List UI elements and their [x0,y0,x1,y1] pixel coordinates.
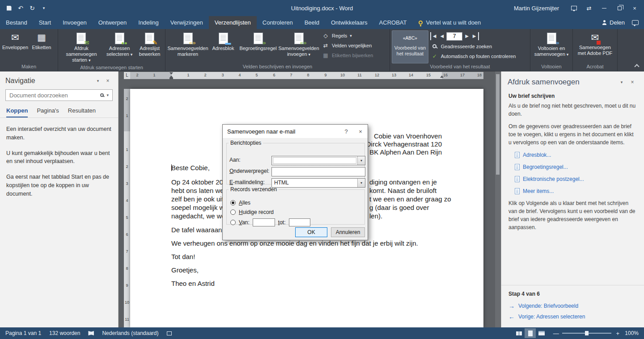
share-button[interactable]: Delen [602,19,625,26]
search-input[interactable] [6,92,100,99]
previous-record-button[interactable]: ◀ [439,32,445,40]
web-layout-button[interactable] [536,328,547,338]
tab-invoegen[interactable]: Invoegen [57,16,93,29]
zoom-in-button[interactable]: + [613,330,622,337]
zoom-out-button[interactable]: — [551,330,560,337]
navpane-paragraph: Ga eerst naar het tabblad Start en pas d… [0,166,118,198]
record-number-input[interactable] [446,32,462,41]
proofing-status-button[interactable] [84,327,98,339]
envelopes-button[interactable]: ✉ Enveloppen [2,30,29,63]
electronic-postage-link[interactable]: Elektronische postzegel... [515,175,637,183]
preview-results-toggle[interactable]: «ABC» Voorbeeld van het resultaat [392,30,428,63]
tab-controleren[interactable]: Controleren [257,16,299,29]
to-combobox[interactable]: ▾ [271,156,365,165]
chevron-down-icon[interactable]: ▾ [357,156,365,165]
finish-merge-button[interactable]: » Voltooien en samenvoegen ▾ [532,30,571,63]
navpane-tab-koppen[interactable]: Koppen [6,107,28,117]
address-block-link[interactable]: Adresblok... [515,151,637,159]
record-range-radio[interactable]: Van: tot: [230,218,310,226]
navigation-pane-close-button[interactable]: × [103,78,113,84]
zoom-slider[interactable] [562,333,611,334]
navpane-tab-resultaten[interactable]: Resultaten [68,107,96,117]
dialog-help-button[interactable]: ? [339,125,353,138]
tab-verwijzingen[interactable]: Verwijzingen [165,16,209,29]
ruler-number: 16 [443,73,448,77]
minimize-button[interactable] [597,2,611,14]
cancel-button[interactable]: Annuleren [331,227,365,237]
to-record-input[interactable] [289,218,310,226]
previous-step-link[interactable]: ← Vorige: Adressen selecteren [508,313,637,320]
search-icon[interactable] [100,93,104,97]
close-button[interactable]: × [628,2,641,14]
current-record-radio[interactable]: Huidige record [230,209,274,215]
task-pane-options-button[interactable]: ▾ [616,80,627,84]
from-record-input[interactable] [253,218,275,226]
first-record-button[interactable]: ◀ [430,32,438,40]
start-mail-merge-button[interactable]: ✉ Afdruk samenvoegen starten ▾ [60,30,103,64]
read-mode-button[interactable] [513,328,525,338]
tab-indeling[interactable]: Indeling [132,16,165,29]
find-recipient-button[interactable]: Geadresseerde zoeken [429,42,527,51]
search-options-icon[interactable]: ▾ [106,93,112,97]
tab-start[interactable]: Start [33,16,57,29]
account-name[interactable]: Martin Gijzemijter [514,5,559,12]
tab-bestand[interactable]: Bestand [0,16,33,29]
save-button[interactable] [4,3,14,13]
greeting-line-icon: » [254,33,263,44]
tell-me-box[interactable]: Vertel wat u wilt doen [419,16,481,29]
document-search-box[interactable]: ▾ [5,89,113,101]
language-status[interactable]: Nederlands (standaard) [98,327,162,339]
address-block-button[interactable]: ▬ Adresblok [208,30,238,63]
navpane-tab-paginas[interactable]: Pagina's [37,107,59,117]
rules-button[interactable]: ◇ Regels ▾ [320,31,386,40]
all-records-radio[interactable]: Alles [230,200,250,206]
mail-format-value: HTML [274,180,289,186]
last-record-button[interactable]: ▶ [471,32,479,40]
left-indent-marker[interactable] [169,78,173,79]
collapse-window-button[interactable]: ⇄ [582,2,596,14]
edit-recipient-list-button[interactable]: ✎ Adreslijst bewerken [136,30,163,64]
first-line-indent-marker[interactable] [169,72,173,75]
tab-acrobat[interactable]: ACROBAT [373,16,413,29]
comments-icon[interactable] [632,20,639,25]
ok-button[interactable]: OK [295,227,327,237]
greeting-line-button[interactable]: » Begroetingsregel [238,30,278,63]
dialog-close-button[interactable]: × [353,125,368,138]
greeting-line-link[interactable]: Begroetingsregel... [515,163,637,171]
undo-button[interactable]: ↶ [15,3,26,13]
collapse-ribbon-icon[interactable] [634,64,639,69]
more-items-link[interactable]: Meer items... [515,187,637,195]
task-pane-close-button[interactable]: × [627,79,638,85]
navigation-pane-options-button[interactable]: ▾ [93,79,103,83]
select-recipients-button[interactable]: ●● Adressen selecteren ▾ [103,30,136,64]
ribbon-display-options-button[interactable] [567,2,580,14]
subject-input[interactable] [271,167,365,176]
ruler-number: 18 [477,73,482,77]
match-fields-button[interactable]: ⇄ Velden vergelijken [320,41,386,50]
zoom-slider-thumb[interactable] [585,331,589,335]
next-record-button[interactable]: ▶ [464,32,470,40]
redo-button[interactable]: ↻ [27,3,38,13]
next-step-link[interactable]: → Volgende: Briefvoorbeeld [508,302,637,310]
insert-merge-field-button[interactable]: «» Samenvoegvelden invoegen ▾ [278,30,319,63]
tab-ontwikkelaars[interactable]: Ontwikkelaars [325,16,373,29]
tab-verzendlijsten[interactable]: Verzendlijsten [209,16,257,29]
tab-stop-selector[interactable]: L [124,72,130,79]
scrollbar-thumb[interactable] [496,74,500,175]
merge-to-adobe-pdf-button[interactable]: ✉ Samenvoegen met Adobe PDF [575,30,615,63]
print-layout-button[interactable] [525,328,536,338]
page-count-status[interactable]: Pagina 1 van 1 [0,327,45,339]
customize-qat-button[interactable]: ▾ [38,3,49,13]
macro-record-button[interactable] [163,327,176,339]
check-for-errors-button[interactable]: ✓ Automatisch op fouten controleren [429,52,527,61]
labels-button[interactable]: ▦ Etiketten [29,30,55,63]
ruler-number: 2 [124,164,130,169]
group-label-preview-results: Voorbeeld van het resultaat [390,63,530,71]
maximize-button[interactable] [613,2,626,14]
zoom-level[interactable]: 100% [622,330,644,336]
right-indent-marker[interactable] [440,75,444,78]
word-count-status[interactable]: 132 woorden [45,327,84,339]
tab-beeld[interactable]: Beeld [299,16,325,29]
tab-ontwerpen[interactable]: Ontwerpen [93,16,133,29]
highlight-merge-fields-button[interactable]: «» Samenvoegvelden markeren [167,30,208,63]
